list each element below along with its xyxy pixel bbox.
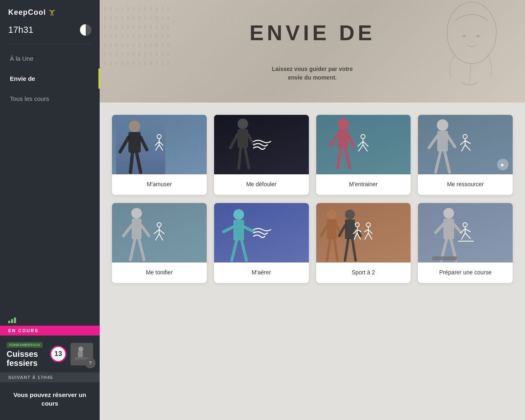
svg-line-30 bbox=[338, 148, 341, 168]
svg-rect-51 bbox=[132, 219, 142, 239]
card-sport-a-2[interactable]: Sport à 2 bbox=[316, 203, 411, 283]
svg-line-82 bbox=[353, 230, 357, 234]
svg-rect-21 bbox=[237, 129, 248, 148]
svg-line-10 bbox=[120, 137, 128, 152]
theme-toggle-button[interactable] bbox=[80, 24, 91, 36]
cards-row-2: Me tonifier bbox=[112, 203, 513, 283]
svg-rect-93 bbox=[443, 219, 454, 239]
svg-line-52 bbox=[123, 226, 132, 236]
svg-line-13 bbox=[137, 153, 141, 172]
wind-person-icon bbox=[250, 221, 273, 244]
bar-2 bbox=[11, 319, 13, 323]
svg-line-55 bbox=[139, 239, 144, 260]
svg-rect-69 bbox=[327, 219, 337, 239]
signal-bars bbox=[0, 315, 100, 326]
svg-point-6 bbox=[477, 35, 479, 37]
card-me-tonifier-label: Me tonifier bbox=[112, 262, 207, 283]
svg-line-47 bbox=[465, 141, 470, 144]
svg-rect-2 bbox=[80, 351, 83, 357]
logo: KeepCool 🏋 bbox=[8, 8, 91, 17]
svg-point-74 bbox=[345, 210, 355, 219]
svg-line-22 bbox=[231, 135, 237, 148]
card-preparer-course[interactable]: Préparer une course bbox=[418, 203, 513, 283]
figure-run-step-icon bbox=[454, 221, 477, 244]
card-me-tonifier[interactable]: Me tonifier bbox=[112, 203, 207, 283]
sidebar-header: KeepCool 🏋 bbox=[0, 0, 100, 21]
card-sport-a-2-image bbox=[316, 203, 411, 262]
figure-side-icon bbox=[148, 221, 171, 244]
svg-line-18 bbox=[155, 145, 159, 151]
figure-run-icon bbox=[454, 133, 477, 156]
svg-line-73 bbox=[334, 239, 338, 260]
svg-line-11 bbox=[141, 137, 147, 150]
logo-icon: 🏋 bbox=[48, 9, 56, 16]
svg-line-84 bbox=[354, 233, 357, 240]
svg-line-94 bbox=[436, 224, 443, 233]
svg-point-5 bbox=[463, 35, 466, 37]
svg-line-89 bbox=[368, 230, 372, 234]
svg-line-72 bbox=[327, 239, 330, 260]
card-mentrainer-image bbox=[316, 115, 411, 174]
svg-line-54 bbox=[130, 239, 135, 260]
current-class-card[interactable]: FONDAMENTAUX Cuisses fessiers 13 ? bbox=[0, 336, 100, 372]
sidebar-item-tous-les-cours[interactable]: Tous les cours bbox=[0, 89, 100, 109]
svg-line-66 bbox=[232, 240, 237, 260]
svg-line-12 bbox=[130, 153, 132, 172]
clock-display: 17h31 bbox=[8, 25, 33, 35]
card-mamuser-label: M'amuser bbox=[112, 174, 207, 195]
svg-line-90 bbox=[365, 233, 368, 240]
svg-line-25 bbox=[245, 148, 249, 168]
svg-point-50 bbox=[131, 208, 142, 219]
hero-section: 》》》》》》》》》》》》 》》》》》》》》》》》》 》》》》》》》》》》》》 》… bbox=[100, 0, 525, 103]
card-maerer[interactable]: M'aérer bbox=[214, 203, 309, 283]
hero-decoration-left: 》》》》》》》》》》》》 》》》》》》》》》》》》 》》》》》》》》》》》》 》… bbox=[100, 0, 215, 103]
cards-row-1: M'amuser bbox=[112, 115, 513, 195]
svg-point-3 bbox=[78, 347, 83, 352]
sidebar: KeepCool 🏋 17h31 À la Une Envie de Tous … bbox=[0, 0, 100, 420]
figure-duo-icon bbox=[350, 221, 377, 244]
svg-rect-63 bbox=[233, 220, 244, 240]
current-class-tag: FONDAMENTAUX bbox=[7, 342, 43, 348]
svg-line-28 bbox=[331, 135, 338, 146]
sidebar-item-envie-de[interactable]: Envie de bbox=[0, 68, 100, 89]
svg-point-56 bbox=[157, 223, 161, 227]
card-preparer-course-image bbox=[418, 203, 513, 262]
sidebar-item-a-la-une[interactable]: À la Une bbox=[0, 48, 100, 68]
hero-dots-bottom: · · · · · · · · · · · · · · · · · · · · … bbox=[210, 92, 443, 100]
svg-point-32 bbox=[361, 135, 365, 139]
svg-line-104 bbox=[465, 233, 470, 239]
card-me-ressourcer[interactable]: ▶ Me ressourcer bbox=[418, 115, 513, 195]
svg-line-101 bbox=[460, 229, 465, 233]
svg-rect-27 bbox=[338, 129, 348, 148]
card-preparer-course-label: Préparer une course bbox=[418, 262, 513, 283]
svg-rect-39 bbox=[437, 131, 448, 151]
svg-line-64 bbox=[224, 227, 233, 232]
next-class-card[interactable]: Vous pouvez réserver un cours bbox=[0, 382, 100, 420]
svg-point-68 bbox=[327, 210, 337, 219]
svg-point-92 bbox=[443, 208, 454, 219]
class-action-button[interactable]: ? bbox=[85, 358, 96, 368]
svg-line-70 bbox=[321, 226, 327, 236]
svg-point-62 bbox=[233, 209, 244, 220]
svg-point-38 bbox=[437, 119, 448, 131]
svg-line-88 bbox=[364, 230, 368, 232]
hero-title: ENVIE DE bbox=[249, 21, 375, 45]
svg-point-8 bbox=[129, 121, 140, 132]
svg-line-60 bbox=[155, 234, 159, 240]
card-me-defouler-image bbox=[214, 115, 309, 174]
card-mentrainer[interactable]: M'entrainer bbox=[316, 115, 411, 195]
svg-rect-1 bbox=[78, 351, 80, 357]
card-me-defouler[interactable]: Me défouler bbox=[214, 115, 309, 195]
svg-line-36 bbox=[358, 145, 363, 151]
card-me-ressourcer-image: ▶ bbox=[418, 115, 513, 174]
current-class-title: Cuisses fessiers bbox=[7, 349, 46, 368]
svg-line-103 bbox=[461, 233, 465, 240]
svg-line-59 bbox=[159, 230, 164, 234]
play-button[interactable]: ▶ bbox=[497, 159, 509, 170]
card-mamuser[interactable]: M'amuser bbox=[112, 115, 207, 195]
card-sport-a-2-label: Sport à 2 bbox=[316, 262, 411, 283]
progress-circle: 13 bbox=[50, 346, 66, 362]
svg-point-20 bbox=[237, 119, 248, 129]
logo-text: KeepCool bbox=[8, 8, 46, 17]
wind-icon bbox=[250, 133, 273, 156]
